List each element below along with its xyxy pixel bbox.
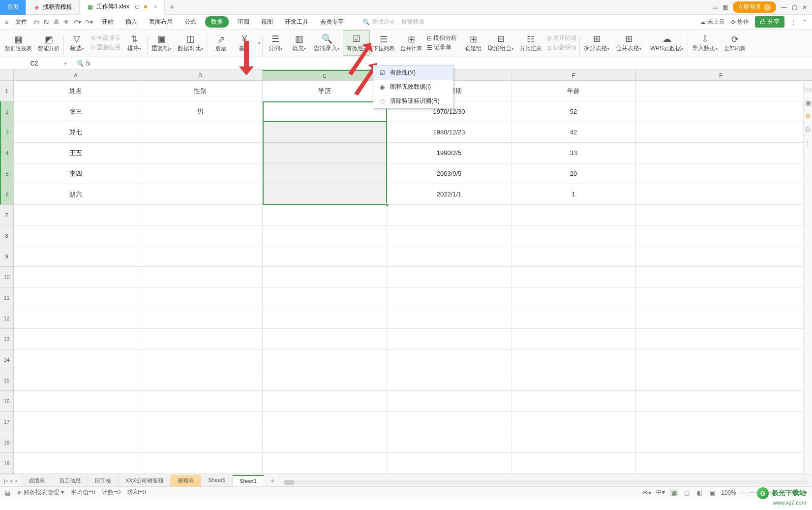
cell[interactable] xyxy=(263,205,387,225)
cell[interactable] xyxy=(138,287,263,308)
rowhdr-3[interactable]: 3 xyxy=(0,122,13,143)
cell[interactable] xyxy=(14,267,138,287)
cell[interactable]: 王五 xyxy=(14,143,138,163)
cell[interactable] xyxy=(263,432,387,452)
side-style-icon[interactable]: ▣ xyxy=(805,99,811,106)
cell[interactable]: 1980/12/23 xyxy=(387,122,511,142)
cell[interactable] xyxy=(263,184,387,204)
cell[interactable] xyxy=(511,350,636,370)
status-ime-icon[interactable]: 中▾ xyxy=(656,488,665,497)
cell[interactable] xyxy=(14,205,138,225)
cell[interactable] xyxy=(138,163,263,184)
ribbon-sort[interactable]: ⇅排序▾ xyxy=(122,30,146,56)
view-reading-icon[interactable]: ▣ xyxy=(708,489,716,496)
cell[interactable] xyxy=(263,246,387,266)
ribbon-collapse[interactable]: ⊟ 折叠明细 xyxy=(546,43,576,52)
menu-data[interactable]: 数据 xyxy=(205,16,229,28)
rowhdr-15[interactable]: 15 xyxy=(0,370,13,391)
rowhdr-19[interactable]: 19 xyxy=(0,453,13,474)
menu-formula[interactable]: 公式 xyxy=(181,16,199,28)
command-search[interactable]: 🔍 查找命令、搜索模板 xyxy=(362,18,425,26)
cell[interactable] xyxy=(511,287,636,308)
cell[interactable] xyxy=(636,143,806,163)
ribbon-dropdownlist[interactable]: ☰下拉列表 xyxy=(370,30,397,56)
sheet-tab[interactable]: 成绩表 xyxy=(22,475,52,486)
window-minimize-icon[interactable]: — xyxy=(781,4,787,11)
cell[interactable] xyxy=(511,246,636,266)
cell[interactable]: 42 xyxy=(511,122,636,142)
view-page-icon[interactable]: ◫ xyxy=(683,489,691,496)
ribbon-pivot[interactable]: ▦数据透视表 xyxy=(2,30,35,56)
caret-icon[interactable]: ⌃ xyxy=(802,19,807,26)
ribbon-import[interactable]: ⇩导入数据▾ xyxy=(689,30,721,56)
cell[interactable]: 郑七 xyxy=(14,122,138,142)
dropdown-clear-circles[interactable]: ◌ 清除验证标识圈(R) xyxy=(373,94,453,108)
cell[interactable] xyxy=(263,370,387,390)
cell[interactable]: 52 xyxy=(511,101,636,122)
status-eye-icon[interactable]: 👁▾ xyxy=(642,489,651,496)
menu-insert[interactable]: 插入 xyxy=(122,16,140,28)
cell[interactable] xyxy=(138,267,263,287)
rowhdr-11[interactable]: 11 xyxy=(0,287,13,308)
cell[interactable] xyxy=(138,391,263,411)
rowhdr-9[interactable]: 9 xyxy=(0,246,13,267)
grid-body[interactable]: A B C D E F 姓名性别学历出生日期年龄张三男1970/12/3052郑… xyxy=(14,70,812,475)
side-more-icon[interactable]: ⋮ xyxy=(805,139,811,146)
cell[interactable] xyxy=(138,308,263,328)
rowhdr-5[interactable]: 5 xyxy=(0,163,13,184)
cell[interactable]: 2003/9/5 xyxy=(387,163,511,184)
cell[interactable] xyxy=(138,329,263,349)
cell[interactable] xyxy=(511,391,636,411)
cell[interactable] xyxy=(14,432,138,452)
cell[interactable] xyxy=(14,412,138,432)
sheet-first-icon[interactable]: |< xyxy=(4,478,8,484)
cell[interactable] xyxy=(138,184,263,204)
ribbon-validity[interactable]: ☑有效性▾ xyxy=(343,30,370,56)
tab-add-button[interactable]: ＋ xyxy=(165,2,180,12)
cell[interactable]: 年龄 xyxy=(511,81,636,101)
tab-template[interactable]: ◈ 找稻壳模板 xyxy=(26,0,80,15)
cell[interactable] xyxy=(511,267,636,287)
cell[interactable] xyxy=(14,453,138,473)
view-break-icon[interactable]: ◧ xyxy=(695,489,703,496)
zoom-out-icon[interactable]: − xyxy=(741,489,745,496)
dropdown-validity[interactable]: ☑ 有效性(V) xyxy=(373,65,453,80)
share-button[interactable]: 凸分享 xyxy=(755,16,784,28)
menu-member[interactable]: 会员专享 xyxy=(317,16,347,28)
cloud-status[interactable]: ☁未上云 xyxy=(700,18,725,26)
ribbon-reapply[interactable]: ↻ 重新应用 xyxy=(90,43,120,52)
cell[interactable]: 1 xyxy=(511,184,636,204)
cell[interactable] xyxy=(636,205,806,225)
menu-review[interactable]: 审阅 xyxy=(235,16,252,28)
tab-workbook[interactable]: ▦ 工作簿3.xlsx × xyxy=(80,0,165,15)
cell[interactable]: 20 xyxy=(511,163,636,184)
ribbon-ungroup[interactable]: ⊟取消组合▾ xyxy=(485,30,517,56)
sheet-tab[interactable]: XXX公司销售额 xyxy=(119,475,171,486)
cell[interactable]: 33 xyxy=(511,143,636,163)
dropdown-circle-invalid[interactable]: ◉ 圈释无效数据(I) xyxy=(373,80,453,94)
view-normal-icon[interactable]: ▦ xyxy=(670,489,678,496)
hamburger-icon[interactable]: ≡ xyxy=(5,19,8,26)
cell[interactable] xyxy=(263,225,387,246)
cell[interactable] xyxy=(387,246,511,266)
cell[interactable] xyxy=(636,267,806,287)
ribbon-group[interactable]: ⊞创建组 xyxy=(461,30,485,56)
cell[interactable] xyxy=(387,350,511,370)
cell[interactable] xyxy=(511,205,636,225)
ribbon-refreshall[interactable]: ⟳全部刷新 xyxy=(721,30,749,56)
ribbon-simulate[interactable]: ⊟ 模拟分析 xyxy=(427,34,457,42)
save-icon[interactable]: 🖫 xyxy=(44,19,50,26)
cell[interactable] xyxy=(263,101,387,122)
rowhdr-13[interactable]: 13 xyxy=(0,329,13,350)
cell[interactable] xyxy=(387,267,511,287)
side-review-icon[interactable]: ⚙ xyxy=(805,112,811,120)
rowhdr-7[interactable]: 7 xyxy=(0,205,13,225)
ribbon-consolidate[interactable]: ⊞合并计算 xyxy=(397,30,425,56)
colhdr-E[interactable]: E xyxy=(511,70,636,80)
cell[interactable]: 李四 xyxy=(14,163,138,184)
ribbon-compare[interactable]: ◫数据对比▾ xyxy=(175,30,207,56)
cell[interactable]: 男 xyxy=(138,101,263,122)
cell[interactable] xyxy=(138,412,263,432)
cell[interactable] xyxy=(636,391,806,411)
ribbon-wpscloud[interactable]: ☁WPS云数据▾ xyxy=(647,30,687,56)
